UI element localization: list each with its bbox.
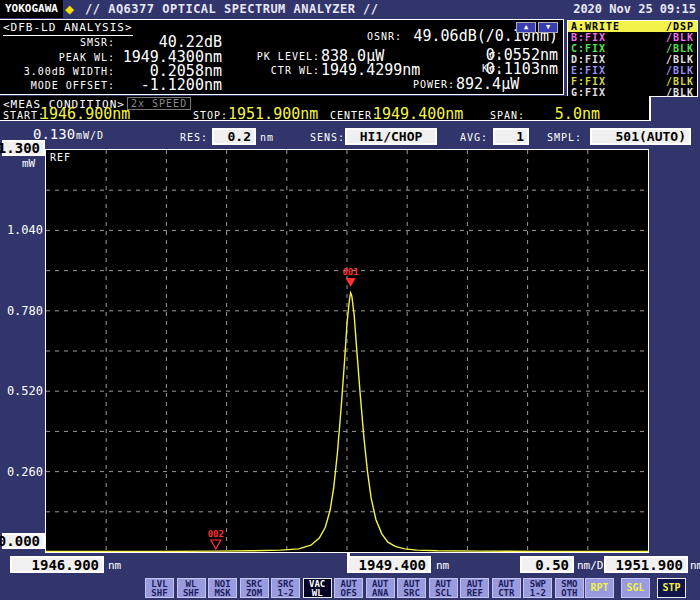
softkey-smo-oth[interactable]: SMOOTH — [555, 578, 584, 598]
softkey-aut-scl[interactable]: AUTSCL — [429, 578, 458, 598]
softkey-toolbar: LVLSHF WLSHF NOIMSK SRCZOM SRC1-2 VACWL … — [145, 578, 584, 598]
softkey-label: SHF — [146, 589, 173, 598]
y-zero-field: 0.000 — [2, 533, 45, 549]
sens-field[interactable]: HI1/CHOP — [345, 128, 437, 145]
softkey-label: WL — [304, 589, 331, 598]
softkey-label: 1-2 — [272, 589, 299, 598]
scroll-down-button[interactable]: ▼ — [538, 22, 558, 33]
softkey-label: SHF — [178, 589, 205, 598]
x-res-value: 0.50 — [535, 557, 569, 573]
softkey-src-1-2[interactable]: SRC1-2 — [271, 578, 300, 598]
sweep-stop-button[interactable]: STP — [657, 578, 686, 598]
smpl-value: 501(AUTO) — [616, 129, 686, 144]
trace-name: A:WRITE — [571, 21, 620, 32]
y-tick: 1.040 — [0, 223, 43, 237]
spectrum-chart: 001002 — [46, 150, 648, 552]
softkey-aut-ref[interactable]: AUTREF — [460, 578, 489, 598]
softkey-aut-src[interactable]: AUTSRC — [397, 578, 426, 598]
trace-display-mode: /BLK — [666, 65, 694, 76]
x-center-value: 1949.400 — [359, 557, 426, 573]
y-axis-unit: mW — [22, 157, 35, 170]
trace-row-c[interactable]: C:FIX/BLK — [568, 43, 697, 54]
trace-row-e[interactable]: E:FIX/BLK — [568, 65, 697, 76]
softkey-label: ANA — [367, 589, 394, 598]
softkey-lvl-shf[interactable]: LVLSHF — [145, 578, 174, 598]
sweep-repeat-button[interactable]: RPT — [585, 578, 614, 598]
sweep-single-button[interactable]: SGL — [621, 578, 650, 598]
y-tick: 0.520 — [0, 384, 43, 398]
datetime: 2020 Nov 25 09:15 — [573, 0, 696, 18]
softkey-swp-1-2[interactable]: SWP1-2 — [523, 578, 552, 598]
avg-label: AVG: — [460, 132, 488, 143]
trace-display-mode: /BLK — [666, 43, 694, 54]
trace-name: F:FIX — [571, 76, 606, 87]
trace-display-mode: /BLK — [666, 76, 694, 87]
trace-row-d[interactable]: D:FIX/BLK — [568, 54, 697, 65]
sens-label: SENS: — [310, 132, 345, 143]
x-stop-unit: nm — [690, 559, 700, 572]
res-value: 0.2 — [228, 129, 251, 144]
x-res-unit: nm/D — [577, 559, 604, 572]
analysis-panel: <DFB-LD ANALYSIS> SMSR: 40.22dB PEAK WL:… — [0, 19, 564, 95]
softkey-aut-ofs[interactable]: AUTOFS — [334, 578, 363, 598]
x-stop-field[interactable]: 1951.900 — [604, 556, 688, 573]
scroll-up-button[interactable]: ▲ — [516, 22, 536, 33]
span-value: 5.0nm — [0, 105, 600, 123]
trace-name: C:FIX — [571, 43, 606, 54]
res-unit: nm — [260, 132, 274, 143]
trace-row-f[interactable]: F:FIX/BLK — [568, 76, 697, 87]
osa-screen: YOKOGAWA ◆ // AQ6377 OPTICAL SPECTRUM AN… — [0, 0, 700, 600]
softkey-label: SCL — [430, 589, 457, 598]
y-zero-value: 0.000 — [0, 533, 40, 549]
softkey-src-zom[interactable]: SRCZOM — [240, 578, 269, 598]
softkey-label: CTR — [493, 589, 520, 598]
yokogawa-logo: YOKOGAWA — [0, 0, 63, 18]
trace-name: E:FIX — [571, 65, 606, 76]
softkey-vac-wl[interactable]: VACWL — [303, 578, 332, 598]
up-arrow-icon: ▲ — [524, 23, 528, 31]
trace-row-a[interactable]: A:WRITE/DSP — [568, 21, 697, 32]
title-bar: YOKOGAWA ◆ // AQ6377 OPTICAL SPECTRUM AN… — [0, 0, 700, 18]
osnr-value: 49.06dB(/0.10nm) — [0, 27, 558, 45]
power-value: 892.4µW — [456, 75, 519, 93]
svg-text:002: 002 — [208, 529, 224, 539]
x-center-unit: nm — [436, 559, 449, 572]
res-field[interactable]: 0.2 — [212, 128, 256, 145]
app-title: // AQ6377 OPTICAL SPECTRUM ANALYZER // — [85, 0, 379, 18]
softkey-wl-shf[interactable]: WLSHF — [177, 578, 206, 598]
svg-text:001: 001 — [342, 267, 358, 277]
softkey-aut-ana[interactable]: AUTANA — [366, 578, 395, 598]
softkey-label: REF — [461, 589, 488, 598]
plot-area: 001002 REF — [45, 149, 649, 553]
trace-name: D:FIX — [571, 54, 606, 65]
ref-tag: REF — [50, 152, 71, 163]
x-center-field[interactable]: 1949.400 — [347, 556, 431, 573]
x-start-unit: nm — [108, 559, 121, 572]
x-start-field[interactable]: 1946.900 — [10, 556, 104, 573]
x-start-value: 1946.900 — [32, 557, 99, 573]
softkey-label: OFS — [335, 589, 362, 598]
trace-row-b[interactable]: B:FIX/BLK — [568, 32, 697, 43]
trace-name: B:FIX — [571, 32, 606, 43]
ref-level-field[interactable]: 1.300 — [2, 140, 45, 156]
down-arrow-icon: ▼ — [546, 23, 550, 31]
trace-status-panel: A:WRITE/DSP B:FIX/BLK C:FIX/BLK D:FIX/BL… — [567, 20, 698, 97]
avg-value: 1 — [516, 129, 524, 144]
y-tick: 0.260 — [0, 465, 43, 479]
sens-value: HI1/CHOP — [360, 129, 423, 144]
smpl-field[interactable]: 501(AUTO) — [590, 128, 691, 145]
y-tick: 0.780 — [0, 304, 43, 318]
power-label: POWER: — [0, 79, 455, 90]
x-stop-value: 1951.900 — [616, 557, 683, 573]
avg-field[interactable]: 1 — [493, 128, 529, 145]
smpl-label: SMPL: — [547, 132, 582, 143]
softkey-label: MSK — [209, 589, 236, 598]
trace-display-mode: /DSP — [666, 21, 694, 32]
x-res-field[interactable]: 0.50 — [520, 556, 574, 573]
softkey-aut-ctr[interactable]: AUTCTR — [492, 578, 521, 598]
trace-display-mode: /BLK — [666, 87, 694, 98]
trace-display-mode: /BLK — [666, 32, 694, 43]
ref-level-value: 1.300 — [0, 140, 40, 156]
level-scale-unit: mW/D — [76, 130, 104, 141]
softkey-noi-msk[interactable]: NOIMSK — [208, 578, 237, 598]
